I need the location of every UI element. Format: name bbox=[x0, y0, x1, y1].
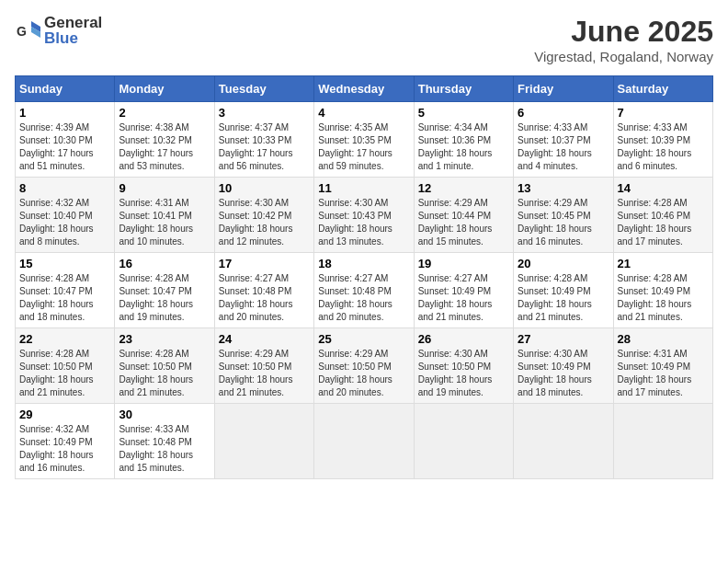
day-info: Sunrise: 4:28 AM Sunset: 10:46 PM Daylig… bbox=[618, 197, 709, 248]
calendar-cell: 10 Sunrise: 4:30 AM Sunset: 10:42 PM Day… bbox=[214, 178, 313, 253]
calendar-cell: 15 Sunrise: 4:28 AM Sunset: 10:47 PM Day… bbox=[16, 253, 115, 328]
calendar-cell: 20 Sunrise: 4:28 AM Sunset: 10:49 PM Day… bbox=[514, 253, 613, 328]
calendar-cell bbox=[214, 404, 313, 479]
header: G General Blue June 2025 Vigrestad, Roga… bbox=[15, 15, 713, 64]
calendar-cell: 16 Sunrise: 4:28 AM Sunset: 10:47 PM Day… bbox=[115, 253, 214, 328]
day-number: 8 bbox=[19, 181, 110, 195]
day-info: Sunrise: 4:29 AM Sunset: 10:44 PM Daylig… bbox=[418, 197, 509, 248]
logo-text: General Blue bbox=[44, 15, 102, 46]
day-number: 25 bbox=[318, 332, 409, 346]
day-info: Sunrise: 4:28 AM Sunset: 10:47 PM Daylig… bbox=[119, 272, 210, 324]
day-info: Sunrise: 4:27 AM Sunset: 10:48 PM Daylig… bbox=[318, 272, 409, 324]
day-number: 4 bbox=[318, 106, 409, 120]
day-number: 17 bbox=[219, 257, 310, 270]
calendar-cell: 19 Sunrise: 4:27 AM Sunset: 10:49 PM Day… bbox=[414, 253, 513, 328]
day-number: 13 bbox=[518, 181, 609, 195]
day-info: Sunrise: 4:27 AM Sunset: 10:49 PM Daylig… bbox=[418, 272, 509, 324]
day-number: 9 bbox=[119, 181, 210, 195]
day-info: Sunrise: 4:28 AM Sunset: 10:49 PM Daylig… bbox=[518, 272, 609, 324]
day-number: 10 bbox=[219, 181, 310, 195]
calendar-body: 1 Sunrise: 4:39 AM Sunset: 10:30 PM Dayl… bbox=[16, 102, 713, 479]
day-info: Sunrise: 4:37 AM Sunset: 10:33 PM Daylig… bbox=[219, 121, 310, 173]
header-monday: Monday bbox=[115, 76, 214, 102]
day-info: Sunrise: 4:30 AM Sunset: 10:42 PM Daylig… bbox=[219, 197, 310, 248]
day-number: 16 bbox=[119, 257, 210, 270]
calendar-cell: 14 Sunrise: 4:28 AM Sunset: 10:46 PM Day… bbox=[613, 178, 712, 253]
calendar-cell bbox=[514, 404, 613, 479]
day-number: 15 bbox=[19, 257, 110, 270]
calendar-cell: 3 Sunrise: 4:37 AM Sunset: 10:33 PM Dayl… bbox=[214, 102, 313, 178]
day-number: 5 bbox=[418, 106, 509, 120]
day-number: 30 bbox=[119, 408, 210, 421]
calendar-cell: 28 Sunrise: 4:31 AM Sunset: 10:49 PM Day… bbox=[613, 328, 712, 404]
calendar-table: Sunday Monday Tuesday Wednesday Thursday… bbox=[15, 75, 713, 479]
header-thursday: Thursday bbox=[414, 76, 513, 102]
calendar-cell: 22 Sunrise: 4:28 AM Sunset: 10:50 PM Day… bbox=[16, 328, 115, 404]
calendar-cell: 2 Sunrise: 4:38 AM Sunset: 10:32 PM Dayl… bbox=[115, 102, 214, 178]
calendar-cell: 18 Sunrise: 4:27 AM Sunset: 10:48 PM Day… bbox=[314, 253, 414, 328]
logo-blue: Blue bbox=[44, 29, 78, 47]
calendar-cell bbox=[314, 404, 414, 479]
day-number: 14 bbox=[618, 181, 709, 195]
calendar-cell: 12 Sunrise: 4:29 AM Sunset: 10:44 PM Day… bbox=[414, 178, 513, 253]
day-number: 29 bbox=[19, 408, 110, 421]
calendar-cell: 23 Sunrise: 4:28 AM Sunset: 10:50 PM Day… bbox=[115, 328, 214, 404]
calendar-cell: 13 Sunrise: 4:29 AM Sunset: 10:45 PM Day… bbox=[514, 178, 613, 253]
title-area: June 2025 Vigrestad, Rogaland, Norway bbox=[534, 15, 713, 64]
main-title: June 2025 bbox=[534, 15, 713, 49]
header-friday: Friday bbox=[514, 76, 613, 102]
day-info: Sunrise: 4:29 AM Sunset: 10:50 PM Daylig… bbox=[219, 348, 310, 399]
calendar-row: 22 Sunrise: 4:28 AM Sunset: 10:50 PM Day… bbox=[16, 328, 713, 404]
calendar-cell: 8 Sunrise: 4:32 AM Sunset: 10:40 PM Dayl… bbox=[16, 178, 115, 253]
day-number: 21 bbox=[618, 257, 709, 270]
subtitle: Vigrestad, Rogaland, Norway bbox=[534, 49, 713, 64]
calendar-cell: 25 Sunrise: 4:29 AM Sunset: 10:50 PM Day… bbox=[314, 328, 414, 404]
day-info: Sunrise: 4:32 AM Sunset: 10:40 PM Daylig… bbox=[19, 197, 110, 248]
calendar-header: Sunday Monday Tuesday Wednesday Thursday… bbox=[16, 76, 713, 102]
day-number: 7 bbox=[618, 106, 709, 120]
header-sunday: Sunday bbox=[16, 76, 115, 102]
day-number: 28 bbox=[618, 332, 709, 346]
calendar-cell: 29 Sunrise: 4:32 AM Sunset: 10:49 PM Day… bbox=[16, 404, 115, 479]
calendar-row: 1 Sunrise: 4:39 AM Sunset: 10:30 PM Dayl… bbox=[16, 102, 713, 178]
day-info: Sunrise: 4:29 AM Sunset: 10:45 PM Daylig… bbox=[518, 197, 609, 248]
calendar-cell bbox=[613, 404, 712, 479]
calendar-cell: 7 Sunrise: 4:33 AM Sunset: 10:39 PM Dayl… bbox=[613, 102, 712, 178]
day-number: 23 bbox=[119, 332, 210, 346]
day-number: 18 bbox=[318, 257, 409, 270]
calendar-cell: 9 Sunrise: 4:31 AM Sunset: 10:41 PM Dayl… bbox=[115, 178, 214, 253]
day-info: Sunrise: 4:29 AM Sunset: 10:50 PM Daylig… bbox=[318, 348, 409, 399]
calendar-cell: 21 Sunrise: 4:28 AM Sunset: 10:49 PM Day… bbox=[613, 253, 712, 328]
day-number: 22 bbox=[19, 332, 110, 346]
day-info: Sunrise: 4:28 AM Sunset: 10:50 PM Daylig… bbox=[19, 348, 110, 399]
day-number: 12 bbox=[418, 181, 509, 195]
day-info: Sunrise: 4:28 AM Sunset: 10:49 PM Daylig… bbox=[618, 272, 709, 324]
calendar-cell: 11 Sunrise: 4:30 AM Sunset: 10:43 PM Day… bbox=[314, 178, 414, 253]
weekday-row: Sunday Monday Tuesday Wednesday Thursday… bbox=[16, 76, 713, 102]
day-info: Sunrise: 4:30 AM Sunset: 10:50 PM Daylig… bbox=[418, 348, 509, 399]
logo-icon: G bbox=[15, 17, 40, 43]
day-number: 6 bbox=[518, 106, 609, 120]
day-number: 11 bbox=[318, 181, 409, 195]
day-number: 1 bbox=[19, 106, 110, 120]
calendar-cell bbox=[414, 404, 513, 479]
calendar-cell: 26 Sunrise: 4:30 AM Sunset: 10:50 PM Day… bbox=[414, 328, 513, 404]
day-info: Sunrise: 4:31 AM Sunset: 10:41 PM Daylig… bbox=[119, 197, 210, 248]
calendar-cell: 6 Sunrise: 4:33 AM Sunset: 10:37 PM Dayl… bbox=[514, 102, 613, 178]
calendar-row: 8 Sunrise: 4:32 AM Sunset: 10:40 PM Dayl… bbox=[16, 178, 713, 253]
day-info: Sunrise: 4:33 AM Sunset: 10:48 PM Daylig… bbox=[119, 423, 210, 475]
day-number: 24 bbox=[219, 332, 310, 346]
header-wednesday: Wednesday bbox=[314, 76, 414, 102]
calendar-row: 29 Sunrise: 4:32 AM Sunset: 10:49 PM Day… bbox=[16, 404, 713, 479]
calendar-cell: 4 Sunrise: 4:35 AM Sunset: 10:35 PM Dayl… bbox=[314, 102, 414, 178]
day-info: Sunrise: 4:32 AM Sunset: 10:49 PM Daylig… bbox=[19, 423, 110, 475]
calendar-cell: 1 Sunrise: 4:39 AM Sunset: 10:30 PM Dayl… bbox=[16, 102, 115, 178]
calendar-cell: 27 Sunrise: 4:30 AM Sunset: 10:49 PM Day… bbox=[514, 328, 613, 404]
day-info: Sunrise: 4:28 AM Sunset: 10:50 PM Daylig… bbox=[119, 348, 210, 399]
header-tuesday: Tuesday bbox=[214, 76, 313, 102]
day-info: Sunrise: 4:30 AM Sunset: 10:49 PM Daylig… bbox=[518, 348, 609, 399]
day-info: Sunrise: 4:30 AM Sunset: 10:43 PM Daylig… bbox=[318, 197, 409, 248]
calendar-cell: 24 Sunrise: 4:29 AM Sunset: 10:50 PM Day… bbox=[214, 328, 313, 404]
day-info: Sunrise: 4:38 AM Sunset: 10:32 PM Daylig… bbox=[119, 121, 210, 173]
day-info: Sunrise: 4:39 AM Sunset: 10:30 PM Daylig… bbox=[19, 121, 110, 173]
